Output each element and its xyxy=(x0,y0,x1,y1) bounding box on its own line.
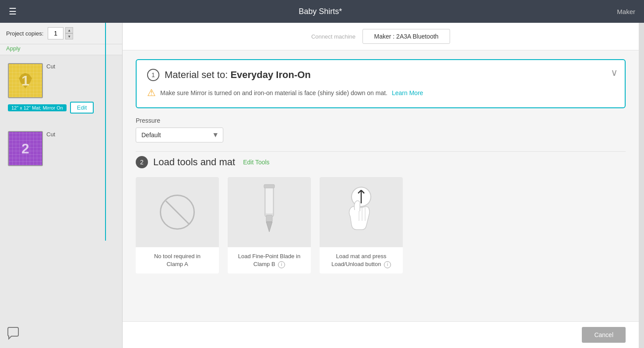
apply-button[interactable]: Apply xyxy=(6,45,21,52)
pressure-section: Pressure Default More Less ▼ xyxy=(136,117,626,142)
tool-card-image-3 xyxy=(320,177,403,247)
project-copies-label: Project copies: xyxy=(6,30,43,37)
mat-right-col-2: Cut xyxy=(46,131,55,138)
step-1-collapse[interactable]: ∨ xyxy=(611,67,618,78)
mat-label-2: Cut xyxy=(46,131,55,138)
edit-tools-link[interactable]: Edit Tools xyxy=(243,159,269,166)
step-2-header: 2 Load tools and mat Edit Tools xyxy=(136,156,626,168)
svg-marker-3 xyxy=(266,222,272,232)
mat-right-col-1: Cut xyxy=(46,63,55,70)
step-1-prefix: Material set to: xyxy=(165,69,228,80)
tool-card-label-2: Load Fine-Point Blade inClamp B i xyxy=(234,247,305,273)
content-area: Connect machine Maker : 2A3A Bluetooth 1… xyxy=(123,23,639,348)
step-2-title: Load tools and mat xyxy=(153,156,235,168)
mat-row-1: 1 Cut xyxy=(4,60,118,102)
learn-more-link[interactable]: Learn More xyxy=(392,89,423,96)
tool-card-label-3: Load mat and pressLoad/Unload button i xyxy=(327,247,395,273)
tool-card-1: No tool required inClamp A xyxy=(136,177,219,273)
step-2-number: 2 xyxy=(140,159,144,166)
copies-down-arrow[interactable]: ▼ xyxy=(65,33,73,39)
annotation-line xyxy=(105,23,106,241)
step-1-title: Material set to: Everyday Iron-On xyxy=(165,69,311,81)
step-2-circle: 2 xyxy=(136,156,148,168)
tool-card-image-2 xyxy=(228,177,311,247)
pressure-label: Pressure xyxy=(136,117,626,124)
warning-text: Make sure Mirror is turned on and iron-o… xyxy=(160,89,387,96)
bottom-bar: Cancel xyxy=(123,321,639,348)
chat-icon[interactable] xyxy=(6,326,20,340)
steps-content: 1 Material set to: Everyday Iron-On ⚠ Ma… xyxy=(123,50,639,321)
no-tool-icon xyxy=(160,195,195,230)
cancel-button[interactable]: Cancel xyxy=(582,327,626,343)
connect-label: Connect machine xyxy=(311,33,355,40)
mat-row-2: 2 Cut xyxy=(4,128,118,170)
copies-arrows: ▲ ▼ xyxy=(65,27,73,39)
blade-info-icon[interactable]: i xyxy=(278,261,285,268)
mat-item-1: 1 Cut 12" x 12" Mat; Mirror On Edit xyxy=(4,60,118,117)
header: ☰ Baby Shirts* Maker xyxy=(0,0,644,23)
step-2-section: 2 Load tools and mat Edit Tools xyxy=(136,156,626,273)
step-1-card: 1 Material set to: Everyday Iron-On ⚠ Ma… xyxy=(136,59,626,108)
svg-rect-4 xyxy=(264,185,274,188)
sidebar-top: Project copies: ▲ ▼ xyxy=(0,23,122,44)
step-1-material: Everyday Iron-On xyxy=(230,69,310,80)
chat-icon-container xyxy=(0,320,122,348)
svg-rect-1 xyxy=(266,187,273,213)
divider-1 xyxy=(136,151,626,152)
copies-control: ▲ ▼ xyxy=(48,27,73,39)
mat-label-1: Cut xyxy=(46,63,55,70)
tool-cards: No tool required inClamp A xyxy=(136,177,626,273)
connect-bar: Connect machine Maker : 2A3A Bluetooth xyxy=(123,23,639,50)
mat-badge-1: 12" x 12" Mat; Mirror On xyxy=(8,104,67,111)
warning-row: ⚠ Make sure Mirror is turned on and iron… xyxy=(147,87,614,99)
mat-item-2: 2 Cut xyxy=(4,128,118,170)
pressure-dropdown-wrapper: Default More Less ▼ xyxy=(136,128,223,142)
step-1-number: 1 xyxy=(151,71,155,78)
machine-button[interactable]: Maker : 2A3A Bluetooth xyxy=(362,29,450,44)
step-1-circle: 1 xyxy=(147,69,159,81)
step-1-header: 1 Material set to: Everyday Iron-On xyxy=(147,69,614,81)
tool-card-label-1: No tool required inClamp A xyxy=(150,247,205,273)
load-mat-icon xyxy=(335,181,387,243)
warning-icon: ⚠ xyxy=(147,87,156,99)
mat-number-1: 1 xyxy=(21,73,29,89)
tool-card-2: Load Fine-Point Blade inClamp B i xyxy=(228,177,311,273)
mat-thumbnail-2[interactable]: 2 xyxy=(8,131,43,166)
tool-card-3: Load mat and pressLoad/Unload button i xyxy=(320,177,403,273)
mat-number-2: 2 xyxy=(21,141,29,157)
svg-rect-2 xyxy=(266,215,272,222)
mat-thumbnail-1[interactable]: 1 xyxy=(8,63,43,98)
sidebar: Project copies: ▲ ▼ Apply xyxy=(0,23,123,348)
load-mat-info-icon[interactable]: i xyxy=(384,261,391,268)
edit-button-1[interactable]: Edit xyxy=(70,102,94,114)
pressure-dropdown[interactable]: Default More Less xyxy=(136,128,223,142)
blade-icon xyxy=(256,184,282,241)
scrollbar[interactable] xyxy=(639,23,644,348)
copies-input[interactable] xyxy=(48,27,63,39)
sidebar-items: 1 Cut 12" x 12" Mat; Mirror On Edit xyxy=(0,55,122,174)
device-label: Maker xyxy=(617,8,635,15)
page-title: Baby Shirts* xyxy=(24,7,617,16)
tool-card-image-1 xyxy=(136,177,219,247)
menu-icon[interactable]: ☰ xyxy=(9,6,17,17)
main-layout: Project copies: ▲ ▼ Apply xyxy=(0,23,644,348)
copies-up-arrow[interactable]: ▲ xyxy=(65,27,73,33)
